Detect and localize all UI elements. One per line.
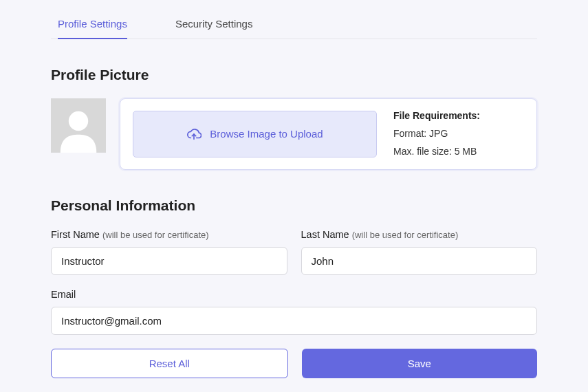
first-name-label: First Name (will be used for certificate… — [51, 229, 287, 240]
first-name-group: First Name (will be used for certificate… — [51, 229, 287, 275]
last-name-group: Last Name (will be used for certificate) — [301, 229, 538, 275]
last-name-field[interactable] — [301, 247, 538, 275]
file-req-size: Max. file size: 5 MB — [393, 143, 524, 161]
tab-security-settings[interactable]: Security Settings — [175, 18, 253, 39]
browse-image-button[interactable]: Browse Image to Upload — [133, 111, 377, 157]
browse-image-label: Browse Image to Upload — [210, 128, 323, 140]
first-name-field[interactable] — [51, 247, 287, 275]
save-button[interactable]: Save — [302, 349, 538, 378]
profile-picture-row: Browse Image to Upload File Requirements… — [51, 98, 537, 170]
svg-point-0 — [69, 111, 88, 131]
email-label: Email — [51, 289, 537, 300]
first-name-hint: (will be used for certificate) — [102, 230, 209, 240]
last-name-hint: (will be used for certificate) — [352, 230, 459, 240]
file-requirements: File Requirements: Format: JPG Max. file… — [393, 107, 524, 161]
last-name-label: Last Name (will be used for certificate) — [301, 229, 538, 240]
upload-card: Browse Image to Upload File Requirements… — [120, 98, 537, 170]
settings-tabs: Profile Settings Security Settings — [51, 18, 537, 39]
file-req-title: File Requirements: — [393, 107, 524, 125]
email-group: Email — [51, 289, 537, 335]
reset-all-button[interactable]: Reset All — [51, 349, 288, 378]
profile-picture-title: Profile Picture — [51, 67, 537, 83]
file-req-format: Format: JPG — [393, 125, 524, 143]
personal-info-title: Personal Information — [51, 197, 537, 214]
tab-profile-settings[interactable]: Profile Settings — [58, 18, 127, 39]
email-field[interactable] — [51, 307, 537, 335]
avatar-icon — [54, 105, 102, 153]
cloud-upload-icon — [186, 127, 202, 142]
avatar-placeholder — [51, 98, 106, 153]
